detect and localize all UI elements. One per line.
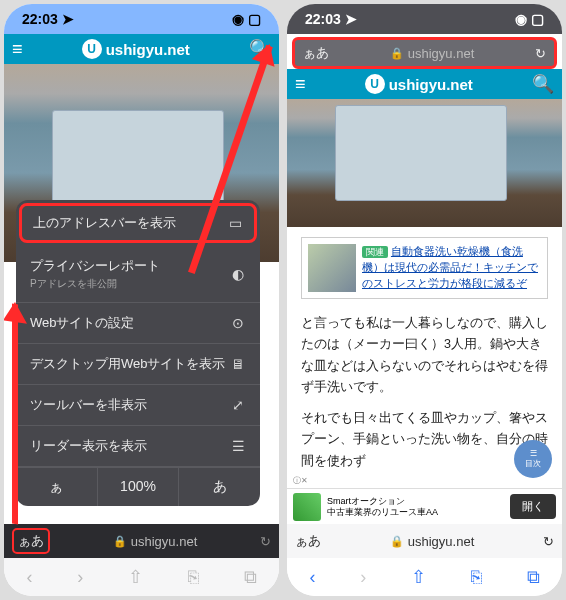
phone-right: 22:03 ➤ ◉ ▢ ぁあ 🔒 ushigyu.net ↻ ≡ U ushig…	[287, 4, 562, 596]
logo-icon: U	[82, 39, 102, 59]
hero-image	[287, 99, 562, 227]
desktop-icon: 🖥	[230, 356, 246, 372]
site-header: ≡ U ushigyu.net 🔍	[287, 69, 562, 99]
wifi-icon: ◉	[232, 11, 244, 27]
ad-text: Smartオークション 中古車業界のリユース車AA	[327, 496, 504, 518]
hamburger-icon[interactable]: ≡	[295, 74, 306, 95]
bookmarks-button[interactable]: ⎘	[188, 567, 199, 588]
tabs-button[interactable]: ⧉	[244, 567, 257, 588]
bottom-address-bar[interactable]: ぁあ 🔒 ushigyu.net ↻	[287, 524, 562, 558]
aa-button[interactable]: ぁあ	[303, 44, 329, 62]
back-button[interactable]: ‹	[26, 567, 32, 588]
menu-privacy-report[interactable]: プライバシーレポート Pアドレスを非公開 ◐	[16, 246, 260, 303]
lock-icon: 🔒	[390, 47, 404, 60]
ad-thumbnail	[293, 493, 321, 521]
refresh-icon[interactable]: ↻	[535, 46, 546, 61]
back-button[interactable]: ‹	[309, 567, 315, 588]
forward-button[interactable]: ›	[360, 567, 366, 588]
status-bar: 22:03 ➤ ◉ ▢	[4, 4, 279, 34]
site-logo[interactable]: U ushigyu.net	[82, 39, 190, 59]
related-link[interactable]: 自動食器洗い乾燥機（食洗機）は現代の必需品だ！キッチンでのストレスと労力が格段に…	[362, 245, 538, 289]
expand-icon: ⤢	[230, 397, 246, 413]
battery-icon: ▢	[531, 11, 544, 27]
annotation-arrow-left	[12, 304, 18, 525]
search-icon[interactable]: 🔍	[532, 73, 554, 95]
ad-banner[interactable]: ⓘ✕ Smartオークション 中古車業界のリユース車AA 開く	[287, 488, 562, 524]
site-logo[interactable]: U ushigyu.net	[365, 74, 473, 94]
url-display[interactable]: 🔒 ushigyu.net	[329, 46, 535, 61]
bottom-address-bar[interactable]: ぁあ 🔒 ushigyu.net ↻	[4, 524, 279, 558]
bookmarks-button[interactable]: ⎘	[471, 567, 482, 588]
site-header: ≡ U ushigyu.net 🔍	[4, 34, 279, 64]
url-display[interactable]: 🔒 ushigyu.net	[56, 534, 254, 549]
clock: 22:03	[305, 11, 341, 27]
aa-button[interactable]: ぁあ	[295, 532, 321, 550]
related-thumbnail	[308, 244, 356, 292]
zoom-controls: ぁ 100% あ	[16, 467, 260, 506]
clock: 22:03	[22, 11, 58, 27]
zoom-out[interactable]: ぁ	[16, 468, 98, 506]
toolbar: ‹ › ⇧ ⎘ ⧉	[4, 558, 279, 596]
refresh-icon[interactable]: ↻	[543, 534, 554, 549]
gear-icon: ⊙	[230, 315, 246, 331]
zoom-level: 100%	[98, 468, 180, 506]
location-icon: ➤	[62, 11, 74, 27]
top-address-bar[interactable]: ぁあ 🔒 ushigyu.net ↻	[292, 37, 557, 69]
related-article-card[interactable]: 関連 自動食器洗い乾燥機（食洗機）は現代の必需品だ！キッチンでのストレスと労力が…	[301, 237, 548, 299]
tabs-button[interactable]: ⧉	[527, 567, 540, 588]
menu-hide-toolbar[interactable]: ツールバーを非表示 ⤢	[16, 385, 260, 426]
logo-icon: U	[365, 74, 385, 94]
refresh-icon[interactable]: ↻	[260, 534, 271, 549]
ad-open-button[interactable]: 開く	[510, 494, 556, 519]
location-icon: ➤	[345, 11, 357, 27]
url-display[interactable]: 🔒 ushigyu.net	[327, 534, 537, 549]
paragraph-1: と言っても私は一人暮らしなので、購入したのは（メーカー曰く）3人用。鍋や大きな皿…	[301, 313, 548, 398]
reader-icon: ☰	[230, 438, 246, 454]
ad-indicator[interactable]: ⓘ✕	[291, 475, 310, 486]
aa-button[interactable]: ぁあ	[12, 528, 50, 554]
toc-fab[interactable]: ☰ 目次	[514, 440, 552, 478]
status-bar: 22:03 ➤ ◉ ▢	[287, 4, 562, 34]
phone-left: 22:03 ➤ ◉ ▢ ≡ U ushigyu.net 🔍 上のアドレスバーを表…	[4, 4, 279, 596]
menu-show-reader[interactable]: リーダー表示を表示 ☰	[16, 426, 260, 467]
wifi-icon: ◉	[515, 11, 527, 27]
menu-request-desktop[interactable]: デスクトップ用Webサイトを表示 🖥	[16, 344, 260, 385]
paragraph-2: それでも日々出てくる皿やカップ、箸やスプーン、手鍋といった洗い物を、自分の時間を…	[301, 408, 548, 472]
menu-show-top-address-bar[interactable]: 上のアドレスバーを表示 ▭	[19, 203, 257, 243]
list-icon: ☰	[530, 449, 537, 458]
toolbar: ‹ › ⇧ ⎘ ⧉	[287, 558, 562, 596]
lock-icon: 🔒	[390, 535, 404, 548]
page-settings-menu: 上のアドレスバーを表示 ▭ プライバシーレポート Pアドレスを非公開 ◐ Web…	[16, 200, 260, 506]
forward-button[interactable]: ›	[77, 567, 83, 588]
menu-website-settings[interactable]: Webサイトの設定 ⊙	[16, 303, 260, 344]
related-tag: 関連	[362, 246, 388, 258]
hamburger-icon[interactable]: ≡	[12, 39, 23, 60]
address-bar-icon: ▭	[227, 215, 243, 231]
zoom-in[interactable]: あ	[179, 468, 260, 506]
share-button[interactable]: ⇧	[128, 566, 143, 588]
shield-icon: ◐	[230, 266, 246, 282]
share-button[interactable]: ⇧	[411, 566, 426, 588]
battery-icon: ▢	[248, 11, 261, 27]
lock-icon: 🔒	[113, 535, 127, 548]
